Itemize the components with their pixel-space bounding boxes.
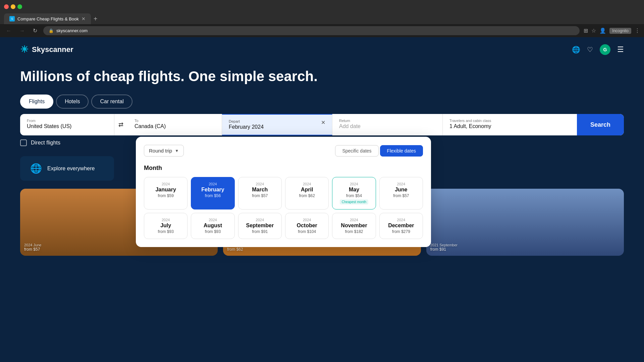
april-name: April	[289, 187, 324, 193]
travelers-field[interactable]: Travelers and cabin class 1 Adult, Econo…	[443, 114, 577, 135]
main-page: ☀ Skyscanner 🌐 ♡ G ☰ Millions of cheap f…	[0, 37, 644, 362]
dest-card-september[interactable]: 2021 September from $91	[426, 189, 624, 256]
window-controls	[4, 4, 22, 9]
header-actions: 🌐 ♡ G ☰	[572, 44, 624, 55]
swap-button[interactable]: ⇄	[114, 114, 128, 135]
reload-button[interactable]: ↻	[31, 26, 39, 35]
month-card-november[interactable]: 2024 November from $182	[332, 213, 376, 239]
month-card-october[interactable]: 2024 October from $104	[285, 213, 329, 239]
from-field[interactable]: From United States (US)	[20, 114, 114, 135]
june-price: from $57	[384, 193, 419, 198]
return-placeholder: Add date	[339, 123, 436, 129]
august-price: from $93	[195, 229, 230, 234]
december-price: from $279	[384, 229, 419, 234]
dest-card-june-price: from $57	[24, 247, 41, 252]
back-button[interactable]: ←	[4, 26, 13, 35]
month-card-july[interactable]: 2024 July from $93	[144, 213, 187, 239]
august-name: August	[195, 223, 230, 229]
heart-icon[interactable]: ♡	[587, 46, 593, 54]
dropdown-header: Round trip ▼ Specific dates Flexible dat…	[144, 145, 423, 157]
minimize-button[interactable]	[11, 4, 15, 9]
url-text: skyscanner.com	[56, 28, 574, 33]
tab-car-rental[interactable]: Car rental	[91, 95, 132, 109]
february-name: February	[195, 187, 230, 193]
september-year: 2024	[243, 218, 277, 222]
flexible-dates-tab[interactable]: Flexible dates	[380, 145, 423, 157]
january-year: 2024	[148, 182, 183, 186]
month-grid-row2: 2024 July from $93 2024 August from $93 …	[144, 213, 423, 239]
month-card-december[interactable]: 2024 December from $279	[379, 213, 423, 239]
browser-window: S Compare Cheap Flights & Book ✕ + ← → ↻…	[0, 0, 644, 37]
to-label: To	[135, 119, 215, 123]
june-name: June	[384, 187, 419, 193]
menu-dots-icon[interactable]: ⋮	[635, 27, 640, 34]
month-card-august[interactable]: 2024 August from $93	[191, 213, 234, 239]
august-year: 2024	[195, 218, 230, 222]
month-card-january[interactable]: 2024 January from $59	[144, 177, 187, 209]
title-bar	[0, 0, 644, 13]
maximize-button[interactable]	[17, 4, 22, 9]
hamburger-icon[interactable]: ☰	[617, 45, 624, 54]
may-year: 2024	[336, 182, 371, 186]
active-tab[interactable]: S Compare Cheap Flights & Book ✕	[4, 13, 91, 24]
dest-card-september-date: 2021 September	[430, 243, 458, 247]
month-card-september[interactable]: 2024 September from $91	[238, 213, 282, 239]
november-name: November	[336, 223, 371, 229]
dest-card-september-info: 2021 September from $91	[426, 239, 462, 256]
specific-dates-tab[interactable]: Specific dates	[335, 145, 378, 157]
depart-label: Depart	[229, 119, 264, 123]
date-dropdown-panel: Round trip ▼ Specific dates Flexible dat…	[136, 137, 431, 247]
dest-card-june-date: 2024 June	[24, 243, 41, 247]
april-year: 2024	[289, 182, 324, 186]
november-price: from $182	[336, 229, 371, 234]
july-price: from $93	[148, 229, 183, 234]
december-name: December	[384, 223, 419, 229]
tab-close-icon[interactable]: ✕	[82, 16, 86, 21]
month-card-may[interactable]: 2024 May from $54 Cheapest month	[332, 177, 376, 209]
dest-card-september-price: from $91	[430, 247, 458, 252]
incognito-badge: Incognito	[609, 28, 631, 34]
date-tabs: Specific dates Flexible dates	[335, 145, 423, 157]
october-price: from $104	[289, 229, 324, 234]
direct-flights-checkbox[interactable]	[20, 139, 27, 146]
search-button[interactable]: Search	[577, 114, 624, 135]
new-tab-button[interactable]: +	[91, 14, 100, 24]
may-price: from $54	[336, 193, 371, 198]
trip-type-select[interactable]: Round trip ▼	[144, 145, 184, 157]
month-card-march[interactable]: 2024 March from $57	[238, 177, 282, 209]
december-year: 2024	[384, 218, 419, 222]
march-year: 2024	[243, 182, 277, 186]
trip-type-label: Round trip	[149, 148, 172, 154]
tab-flights[interactable]: Flights	[20, 95, 53, 109]
to-value: Canada (CA)	[135, 123, 215, 129]
travelers-label: Travelers and cabin class	[449, 119, 570, 123]
star-icon[interactable]: ☆	[591, 27, 596, 34]
address-bar: ← → ↻ 🔒 skyscanner.com ⊞ ☆ 👤 Incognito ⋮	[0, 24, 644, 37]
month-card-february[interactable]: 2024 February from $56	[191, 177, 234, 209]
lock-icon: 🔒	[49, 28, 54, 33]
month-card-april[interactable]: 2024 April from $62	[285, 177, 329, 209]
globe-explore-icon: 🌐	[30, 163, 42, 174]
january-price: from $59	[148, 193, 183, 198]
to-field[interactable]: To Canada (CA)	[128, 114, 222, 135]
avatar[interactable]: G	[600, 44, 610, 55]
month-card-june[interactable]: 2024 June from $57	[379, 177, 423, 209]
url-bar[interactable]: 🔒 skyscanner.com	[43, 26, 580, 35]
profile-icon[interactable]: 👤	[599, 27, 606, 34]
tab-hotels[interactable]: Hotels	[56, 95, 89, 109]
february-year: 2024	[195, 182, 230, 186]
october-year: 2024	[289, 218, 324, 222]
return-field[interactable]: Return Add date	[332, 114, 443, 135]
may-name: May	[336, 187, 371, 193]
explore-everywhere-button[interactable]: 🌐 Explore everywhere	[20, 156, 114, 181]
forward-button[interactable]: →	[17, 26, 27, 35]
cheapest-badge: Cheapest month	[340, 199, 368, 204]
depart-clear-icon[interactable]: ✕	[321, 119, 325, 126]
cast-icon[interactable]: ⊞	[584, 27, 588, 34]
search-type-tabs: Flights Hotels Car rental	[20, 95, 624, 109]
depart-field[interactable]: Depart February 2024 ✕	[222, 114, 332, 135]
september-name: September	[243, 223, 277, 229]
globe-icon[interactable]: 🌐	[572, 46, 580, 54]
close-button[interactable]	[4, 4, 9, 9]
tab-title: Compare Cheap Flights & Book	[17, 16, 79, 21]
